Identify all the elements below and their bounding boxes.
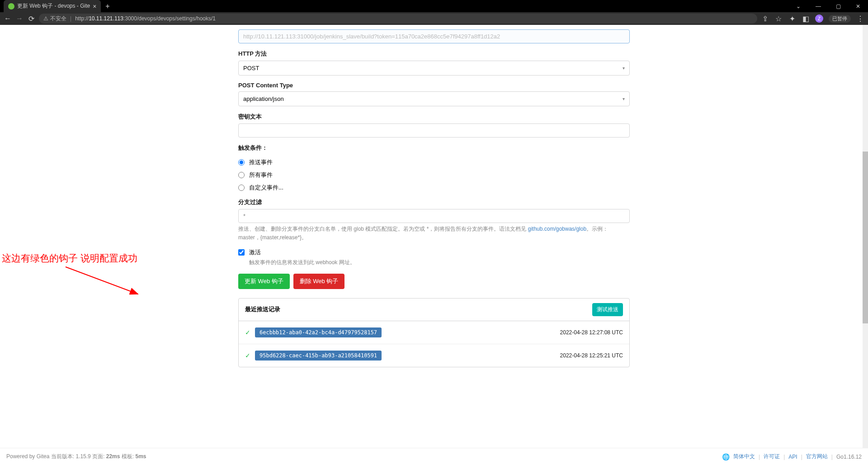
- scrollbar-track[interactable]: [863, 25, 868, 451]
- back-icon[interactable]: ←: [4, 14, 12, 23]
- menu-icon[interactable]: ⋮: [856, 14, 864, 23]
- content-type-select[interactable]: application/json ▾: [238, 91, 630, 106]
- content-type-label: POST Content Type: [238, 82, 630, 89]
- new-tab-button[interactable]: +: [105, 2, 109, 10]
- delivery-uuid[interactable]: 95bd6228-caec-415b-ab93-a21058410591: [255, 351, 382, 361]
- branch-filter-help: 推送、创建、删除分支事件的分支白名单，使用 glob 模式匹配指定。若为空或 *…: [238, 225, 630, 242]
- radio-all-input[interactable]: [238, 172, 245, 178]
- close-window-icon[interactable]: ✕: [848, 0, 868, 12]
- radio-push-input[interactable]: [238, 159, 245, 166]
- minimize-icon[interactable]: —: [808, 0, 828, 12]
- chevron-down-icon[interactable]: ⌄: [788, 0, 808, 12]
- svg-line-1: [66, 267, 138, 294]
- target-url-input[interactable]: [238, 29, 630, 43]
- delivery-time: 2022-04-28 12:25:21 UTC: [560, 352, 623, 359]
- delivery-row: ✓ 95bd6228-caec-415b-ab93-a21058410591 2…: [239, 344, 629, 367]
- update-webhook-button[interactable]: 更新 Web 钩子: [238, 274, 290, 289]
- glob-link[interactable]: github.com/gobwas/glob: [528, 226, 586, 232]
- active-label: 激活: [249, 248, 355, 256]
- side-panel-icon[interactable]: ◧: [802, 14, 810, 23]
- scrollbar-thumb[interactable]: [863, 152, 868, 323]
- active-help: 触发事件的信息将发送到此 webhook 网址。: [249, 258, 355, 267]
- test-delivery-button[interactable]: 测试推送: [592, 303, 623, 316]
- profile-avatar[interactable]: Z: [815, 14, 823, 23]
- url-bar[interactable]: ⚠ 不安全 | http://10.11.121.113:3000/devops…: [39, 14, 757, 24]
- chevron-down-icon: ▾: [623, 96, 625, 101]
- recent-deliveries-segment: 最近推送记录 测试推送 ✓ 6ecbbb12-aba0-42a2-bc4a-d4…: [238, 298, 630, 367]
- share-icon[interactable]: ⇪: [761, 14, 769, 23]
- secret-input[interactable]: [238, 123, 630, 138]
- delete-webhook-button[interactable]: 删除 Web 钩子: [293, 274, 345, 289]
- close-tab-icon[interactable]: ×: [93, 3, 96, 10]
- url-text: http://10.11.121.113:3000/devops/devops/…: [75, 15, 216, 22]
- radio-push-events[interactable]: 推送事件: [238, 158, 630, 166]
- trigger-label: 触发条件：: [238, 144, 630, 152]
- radio-custom-events[interactable]: 自定义事件...: [238, 184, 630, 192]
- radio-all-events[interactable]: 所有事件: [238, 171, 630, 179]
- check-icon: ✓: [245, 329, 250, 336]
- reload-icon[interactable]: ⟳: [27, 14, 35, 23]
- browser-toolbar: ← → ⟳ ⚠ 不安全 | http://10.11.121.113:3000/…: [0, 12, 868, 25]
- browser-tab-bar: 更新 Web 钩子 - devops - Gite × + ⌄ — ▢ ✕: [0, 0, 868, 12]
- deliveries-title: 最近推送记录: [245, 305, 280, 313]
- http-method-label: HTTP 方法: [238, 50, 630, 58]
- gitea-favicon: [8, 3, 14, 9]
- http-method-value: POST: [243, 65, 259, 71]
- annotation-arrow: [63, 265, 145, 301]
- tab-title: 更新 Web 钩子 - devops - Gite: [17, 2, 90, 10]
- branch-filter-label: 分支过滤: [238, 198, 630, 206]
- extensions-icon[interactable]: ✦: [788, 14, 796, 23]
- content-type-value: application/json: [243, 95, 284, 102]
- check-icon: ✓: [245, 352, 250, 359]
- window-controls: ⌄ — ▢ ✕: [788, 0, 868, 12]
- branch-filter-input[interactable]: [238, 209, 630, 223]
- chevron-down-icon: ▾: [623, 66, 625, 71]
- browser-tab[interactable]: 更新 Web 钩子 - devops - Gite ×: [4, 0, 101, 12]
- annotation-text: 这边有绿色的钩子 说明配置成功: [2, 252, 137, 265]
- star-icon[interactable]: ☆: [774, 14, 783, 23]
- page-content: HTTP 方法 POST ▾ POST Content Type applica…: [0, 25, 868, 451]
- forward-icon[interactable]: →: [15, 14, 24, 23]
- active-checkbox-row[interactable]: 激活 触发事件的信息将发送到此 webhook 网址。: [238, 248, 630, 267]
- sync-paused-badge[interactable]: 已暂停: [829, 15, 851, 23]
- delivery-uuid[interactable]: 6ecbbb12-aba0-42a2-bc4a-d47979528157: [255, 327, 382, 337]
- delivery-time: 2022-04-28 12:27:08 UTC: [560, 329, 623, 336]
- insecure-icon: ⚠ 不安全: [43, 15, 66, 23]
- active-checkbox[interactable]: [238, 249, 245, 256]
- delivery-row: ✓ 6ecbbb12-aba0-42a2-bc4a-d47979528157 2…: [239, 321, 629, 344]
- maximize-icon[interactable]: ▢: [828, 0, 848, 12]
- secret-label: 密钥文本: [238, 113, 630, 121]
- page-footer: Powered by Gitea 当前版本: 1.15.9 页面: 22ms 模…: [0, 448, 868, 451]
- http-method-select[interactable]: POST ▾: [238, 61, 630, 76]
- radio-custom-input[interactable]: [238, 185, 245, 191]
